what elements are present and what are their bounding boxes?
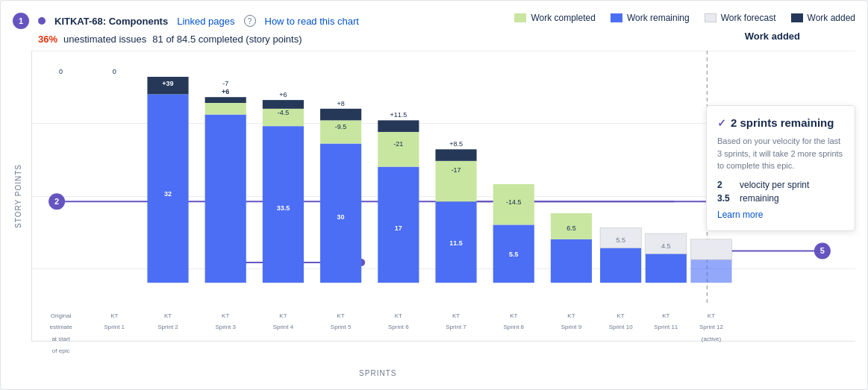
svg-text:of epic: of epic bbox=[52, 347, 70, 354]
svg-rect-53 bbox=[378, 132, 419, 167]
help-icon[interactable]: ? bbox=[244, 15, 256, 27]
svg-text:-21: -21 bbox=[393, 140, 403, 148]
svg-rect-23 bbox=[147, 94, 188, 283]
bar-sprint2: +39 32 KT Sprint 2 bbox=[147, 77, 188, 330]
svg-rect-89 bbox=[690, 260, 731, 283]
legend-work-remaining: Work remaining bbox=[611, 13, 690, 23]
svg-text:+11.5: +11.5 bbox=[390, 111, 407, 119]
svg-text:KT: KT bbox=[617, 312, 625, 319]
svg-text:30: 30 bbox=[337, 213, 345, 221]
svg-text:KT: KT bbox=[110, 312, 118, 319]
svg-text:-14.5: -14.5 bbox=[506, 198, 522, 206]
legend-box-added bbox=[791, 13, 803, 22]
bar-sprint5: -9.5 +8 30 KT Sprint 5 bbox=[320, 100, 361, 331]
svg-text:Sprint 11: Sprint 11 bbox=[654, 324, 678, 330]
svg-text:KT: KT bbox=[164, 312, 172, 319]
svg-rect-38 bbox=[263, 100, 304, 109]
legend-work-forecast: Work forecast bbox=[705, 13, 776, 23]
svg-text:estimate: estimate bbox=[49, 324, 72, 330]
check-icon: ✓ bbox=[717, 117, 726, 129]
legend-work-added: Work added bbox=[791, 13, 855, 23]
svg-text:Sprint 10: Sprint 10 bbox=[609, 324, 634, 330]
legend-label-added: Work added bbox=[808, 13, 855, 23]
svg-text:11.5: 11.5 bbox=[449, 239, 463, 247]
sub-header-row: 36% unestimated issues 81 of 84.5 comple… bbox=[13, 34, 855, 45]
how-to-link[interactable]: How to read this chart bbox=[265, 16, 359, 27]
svg-text:Sprint 5: Sprint 5 bbox=[331, 324, 352, 330]
svg-text:-4.5: -4.5 bbox=[278, 109, 290, 116]
svg-text:KT: KT bbox=[222, 312, 229, 319]
svg-rect-29 bbox=[205, 115, 246, 283]
svg-text:KT: KT bbox=[708, 312, 715, 319]
svg-rect-79 bbox=[600, 248, 641, 283]
svg-text:0: 0 bbox=[113, 68, 116, 75]
svg-rect-90 bbox=[690, 239, 731, 260]
svg-text:33.5: 33.5 bbox=[277, 204, 290, 212]
main-container: 1 KITKAT-68: Components Linked pages ? H… bbox=[0, 0, 868, 390]
svg-text:Sprint 4: Sprint 4 bbox=[273, 324, 294, 330]
velocity-label: velocity per sprint bbox=[740, 180, 809, 190]
linked-pages-link[interactable]: Linked pages bbox=[177, 16, 234, 27]
svg-text:Sprint 6: Sprint 6 bbox=[388, 324, 409, 330]
svg-text:Sprint 9: Sprint 9 bbox=[561, 324, 582, 330]
bar-sprint9: 6.5 KT Sprint 9 bbox=[551, 213, 592, 331]
svg-text:+39: +39 bbox=[162, 80, 173, 87]
svg-text:5.5: 5.5 bbox=[616, 236, 625, 244]
legend-box-completed bbox=[514, 13, 526, 22]
svg-rect-31 bbox=[205, 97, 246, 103]
svg-rect-46 bbox=[320, 109, 361, 121]
svg-rect-84 bbox=[646, 254, 687, 283]
info-box: ✓ 2 sprints remaining Based on your velo… bbox=[706, 105, 855, 231]
legend-label-forecast: Work forecast bbox=[721, 13, 776, 23]
svg-text:5: 5 bbox=[820, 246, 825, 255]
svg-text:Sprint 12: Sprint 12 bbox=[699, 324, 724, 330]
work-added-label: Work added bbox=[745, 31, 800, 42]
legend-box-remaining bbox=[611, 13, 622, 22]
step-badge-1: 1 bbox=[13, 13, 29, 29]
bar-sprint1: 0 KT Sprint 1 bbox=[104, 68, 125, 330]
sprints-remaining-text: 2 sprints remaining bbox=[731, 116, 834, 129]
svg-text:4.5: 4.5 bbox=[661, 242, 671, 250]
velocity-value: 2 bbox=[717, 180, 735, 190]
velocity-stat: 2 velocity per sprint bbox=[717, 180, 844, 190]
svg-text:5.5: 5.5 bbox=[509, 251, 519, 258]
svg-text:+8.5: +8.5 bbox=[449, 140, 463, 148]
bar-sprint4: -4.5 +6 33.5 KT Sprint 4 bbox=[263, 91, 304, 330]
legend: Work completed Work remaining Work forec… bbox=[514, 13, 855, 23]
svg-text:KT: KT bbox=[337, 312, 345, 319]
legend-label-remaining: Work remaining bbox=[627, 13, 690, 23]
bar-sprint8: -14.5 5.5 KT Sprint 8 bbox=[493, 184, 534, 331]
svg-text:+6: +6 bbox=[222, 88, 229, 95]
y-axis-label: STORY POINTS bbox=[13, 158, 24, 234]
remaining-stat: 3.5 remaining bbox=[717, 193, 844, 204]
bar-sprint11: 4.5 KT Sprint 11 bbox=[646, 233, 687, 330]
svg-text:6.5: 6.5 bbox=[566, 224, 576, 232]
svg-rect-74 bbox=[551, 239, 592, 283]
svg-rect-30 bbox=[205, 103, 246, 115]
learn-more-link[interactable]: Learn more bbox=[717, 210, 844, 220]
remaining-value: 3.5 bbox=[717, 193, 735, 204]
svg-text:+6: +6 bbox=[279, 91, 287, 98]
info-box-description: Based on your velocity for the last 3 sp… bbox=[717, 135, 844, 172]
svg-text:Sprint 1: Sprint 1 bbox=[104, 324, 125, 330]
svg-text:Sprint 3: Sprint 3 bbox=[215, 324, 236, 330]
unestimated-label: unestimated issues bbox=[63, 34, 146, 45]
svg-text:Sprint 8: Sprint 8 bbox=[503, 324, 524, 330]
svg-text:2: 2 bbox=[54, 197, 59, 206]
svg-text:17: 17 bbox=[395, 224, 402, 232]
svg-text:-9.5: -9.5 bbox=[335, 123, 347, 130]
x-axis-label: SPRINTS bbox=[359, 369, 396, 377]
bar-sprint7: -17 +8.5 11.5 KT Sprint 7 bbox=[435, 140, 476, 330]
bar-sprint3: +6 KT Sprint 3 -7 bbox=[205, 80, 246, 331]
svg-text:KT: KT bbox=[662, 312, 669, 319]
board-name[interactable]: KITKAT-68: Components bbox=[54, 16, 168, 27]
svg-text:KT: KT bbox=[452, 312, 460, 319]
svg-text:KT: KT bbox=[567, 312, 575, 319]
completed-label: 81 of 84.5 completed (story points) bbox=[152, 34, 302, 45]
svg-text:Sprint 7: Sprint 7 bbox=[446, 324, 466, 330]
remaining-label: remaining bbox=[740, 193, 779, 204]
bar-sprint12: KT Sprint 12 (active) bbox=[690, 239, 731, 342]
legend-label-completed: Work completed bbox=[531, 13, 595, 23]
svg-rect-62 bbox=[435, 149, 476, 161]
bar-original: 0 Original estimate at start of epic bbox=[49, 68, 72, 353]
